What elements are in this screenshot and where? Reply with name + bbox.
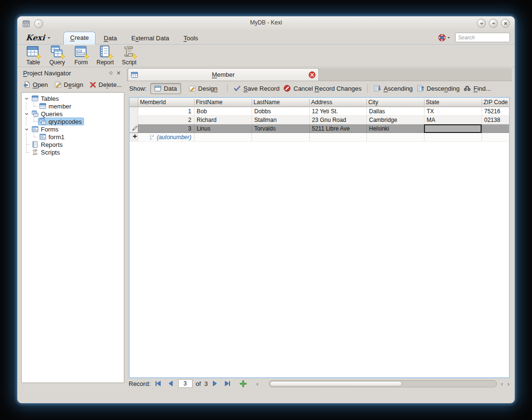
add-record-button[interactable] <box>239 380 248 387</box>
ribbon-tab-data[interactable]: Data <box>97 33 123 45</box>
cell-zip-code[interactable] <box>482 124 509 133</box>
save-record-label: Save Record <box>243 85 279 92</box>
horizontal-scrollbar[interactable] <box>269 380 497 387</box>
cell-memberid[interactable]: 2 <box>138 116 194 124</box>
tab-member[interactable]: Member <box>128 68 319 81</box>
cell-zip-code[interactable]: 75216 <box>482 107 509 116</box>
tree-item-qryzipcodes[interactable]: qryzipcodes <box>23 118 123 125</box>
show-label: Show: <box>129 85 146 92</box>
new-cell-city[interactable] <box>366 133 424 142</box>
expander-chevron-icon[interactable] <box>23 125 30 133</box>
tab-close-icon[interactable] <box>308 71 316 79</box>
next-record-button[interactable] <box>211 380 220 387</box>
minimize-button[interactable] <box>477 19 486 28</box>
search-input[interactable] <box>455 33 510 42</box>
column-header-state[interactable]: State <box>424 98 482 107</box>
tree-item-reports[interactable]: Reports <box>23 141 123 148</box>
column-header-lastname[interactable]: LastName <box>252 98 309 107</box>
data-grid-table: MemberIdFirstNameLastNameAddressCityStat… <box>130 98 509 142</box>
cell-state[interactable]: MA <box>424 116 482 124</box>
expander-chevron-icon[interactable] <box>23 95 30 102</box>
cell-lastname[interactable]: Stallman <box>252 116 309 124</box>
new-cell-address[interactable] <box>309 133 366 142</box>
navigator-open-button[interactable]: Open <box>23 81 48 88</box>
kexi-menu-button[interactable]: Kexi <box>25 33 51 42</box>
new-cell-firstname[interactable] <box>194 133 252 142</box>
ribbon-tab-tools[interactable]: Tools <box>177 33 204 45</box>
cell-city[interactable]: Dallas <box>366 107 424 116</box>
scrollbar-thumb[interactable] <box>270 381 401 386</box>
column-header-memberid[interactable]: MemberId <box>138 98 194 107</box>
first-record-button[interactable] <box>154 380 163 387</box>
new-cell-lastname[interactable] <box>252 133 309 142</box>
tree-item-forms[interactable]: Forms <box>23 125 123 133</box>
cell-address[interactable]: 12 Yeti St. <box>309 107 366 116</box>
cell-address[interactable]: 5211 Libre Ave <box>309 124 366 133</box>
tree-item-label: Scripts <box>41 149 60 156</box>
find-button[interactable]: Find... <box>463 84 491 92</box>
panel-close-button[interactable] <box>115 69 122 77</box>
scroll-left-icon[interactable]: ‹ <box>256 381 259 387</box>
cell-memberid[interactable]: 3 <box>138 124 194 133</box>
cell-zip-code[interactable]: 02138 <box>482 116 509 124</box>
sort-descending-button[interactable]: Descending <box>417 84 460 92</box>
ribbon-tab-external-data[interactable]: External Data <box>125 33 176 45</box>
save-record-button[interactable]: Save Record <box>233 84 279 92</box>
cell-lastname[interactable]: Torvalds <box>252 124 309 133</box>
cell-state[interactable]: TX <box>424 107 482 116</box>
close-window-button[interactable] <box>501 19 510 28</box>
tree-item-label: Tables <box>41 95 59 102</box>
data-view-button[interactable]: Data <box>150 83 181 94</box>
tree-item-queries[interactable]: Queries <box>23 110 123 118</box>
cell-firstname[interactable]: Richard <box>194 116 252 124</box>
last-record-button[interactable] <box>223 380 232 387</box>
design-view-button[interactable]: Design <box>185 83 221 94</box>
column-header-city[interactable]: City <box>366 98 424 107</box>
cell-firstname[interactable]: Bob <box>194 107 252 116</box>
expander-chevron-icon[interactable] <box>23 110 30 118</box>
cell-firstname[interactable]: Linus <box>194 124 252 133</box>
ribbon-tab-create[interactable]: Create <box>63 32 96 45</box>
table-row: 3LinusTorvalds5211 Libre AveHelsinki <box>130 124 509 133</box>
create-report-button[interactable]: Report <box>94 45 116 66</box>
tree-item-scripts[interactable]: Scripts <box>23 148 123 156</box>
scroll-left-arrow-icon[interactable]: ‹ <box>500 381 503 387</box>
column-header-firstname[interactable]: FirstName <box>194 98 252 107</box>
cell-city[interactable]: Cambridge <box>366 116 424 124</box>
cancel-record-changes-button[interactable]: Cancel Record Changes <box>283 84 362 92</box>
new-star-icon <box>132 54 137 59</box>
design-view-icon <box>189 85 196 92</box>
navigator-design-button[interactable]: Design <box>54 81 83 88</box>
column-header-address[interactable]: Address <box>309 98 366 107</box>
maximize-button[interactable] <box>489 19 498 28</box>
cell-city[interactable]: Helsinki <box>366 124 424 133</box>
new-cell-zip-code[interactable] <box>482 133 509 142</box>
ribbon-tabs: CreateDataExternal DataTools <box>63 32 205 45</box>
cell-lastname[interactable]: Dobbs <box>252 107 309 116</box>
data-grid-view: MemberIdFirstNameLastNameAddressCityStat… <box>129 97 510 378</box>
tree-item-member[interactable]: member <box>23 102 123 110</box>
current-record-input[interactable] <box>178 379 193 388</box>
help-menu-icon[interactable] <box>438 34 450 42</box>
cell-address[interactable]: 23 Gnu Road <box>309 116 366 124</box>
panel-float-button[interactable] <box>107 69 115 77</box>
tree-connector <box>30 133 38 141</box>
pin-button[interactable] <box>34 19 43 28</box>
create-form-button[interactable]: Form <box>70 45 92 66</box>
cell-memberid[interactable]: 1 <box>138 107 194 116</box>
previous-record-button[interactable] <box>166 380 175 387</box>
scroll-right-arrow-icon[interactable]: › <box>507 381 510 387</box>
new-cell-state[interactable] <box>424 133 482 142</box>
navigator-delete-button[interactable]: Delete... <box>89 81 121 88</box>
column-header-zip-code[interactable]: ZIP Code <box>482 98 509 107</box>
new-cell-memberid[interactable]: 123..(autonumber) <box>138 133 194 142</box>
create-script-button[interactable]: Script <box>118 45 140 66</box>
app-icon[interactable] <box>22 20 30 28</box>
sort-ascending-button[interactable]: Ascending <box>374 84 413 92</box>
action-label: Query <box>49 59 65 66</box>
create-table-button[interactable]: Table <box>22 45 44 66</box>
create-query-button[interactable]: Query <box>46 45 68 66</box>
tree-item-tables[interactable]: Tables <box>23 95 123 102</box>
tree-item-form1[interactable]: form1 <box>23 133 123 141</box>
cell-state[interactable] <box>424 124 482 133</box>
